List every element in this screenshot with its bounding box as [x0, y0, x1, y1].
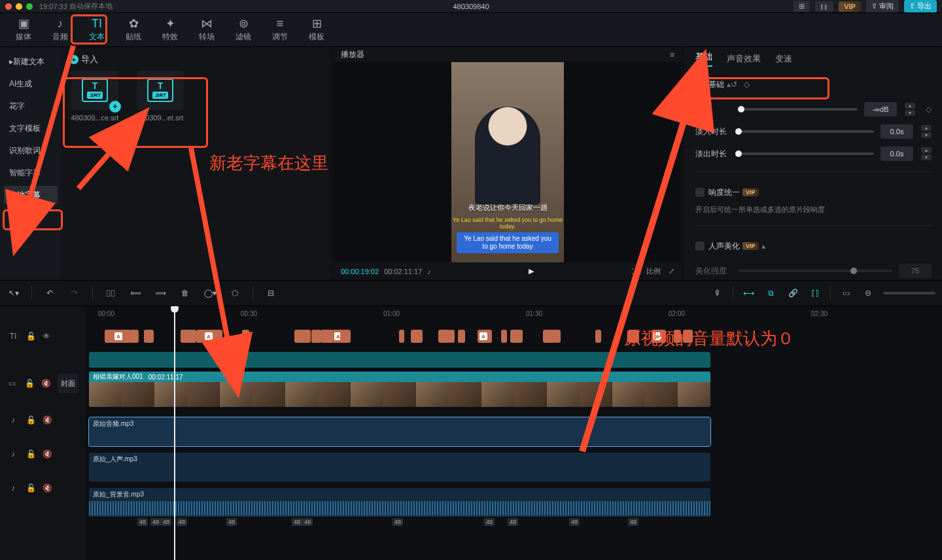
redo-icon[interactable]: ↷: [67, 286, 82, 300]
volume-stepper[interactable]: ▲▼: [905, 102, 915, 116]
sidebar-item-local-sub[interactable]: 本地字幕: [4, 186, 58, 204]
play-button[interactable]: ▶: [524, 264, 538, 279]
tab-audio[interactable]: ♪音频: [42, 14, 78, 46]
tab-adjust[interactable]: ≡调节: [262, 14, 298, 46]
tab-sticker[interactable]: ✿贴纸: [115, 14, 152, 46]
magnet-icon[interactable]: ⧉: [763, 286, 778, 300]
add-to-timeline-icon[interactable]: +: [109, 101, 121, 113]
playhead[interactable]: [174, 306, 175, 560]
caption-english-yellow: Ye Lao said that he asked you to go home…: [451, 217, 564, 230]
mute-icon[interactable]: 🔇: [43, 483, 52, 493]
fadein-stepper[interactable]: ▲▼: [921, 124, 932, 139]
video-track-lane[interactable]: 相错亲嫁对人00100:02:11:17: [85, 372, 942, 411]
preview-viewport[interactable]: 夜老说让你今天回家一趟 Ye Lao said that he asked yo…: [334, 62, 681, 262]
audio-icon: ♪: [53, 17, 67, 30]
text-track-head: TI🔓👁: [0, 324, 85, 348]
mute-icon[interactable]: 🔇: [43, 449, 52, 459]
export-button[interactable]: ⇧ 导出: [904, 0, 937, 12]
delete-icon[interactable]: 🗑: [178, 286, 192, 300]
time-ruler[interactable]: 00:00 00:30 01:00 01:30 02:00 02:30: [85, 306, 942, 324]
lock-icon[interactable]: 🔓: [26, 483, 36, 493]
panel-icon[interactable]: ⫿⫿: [815, 1, 833, 12]
voice-beautify-checkbox[interactable]: [695, 241, 705, 251]
timeline-tracks-area[interactable]: 00:00 00:30 01:00 01:30 02:00 02:30 /* d…: [85, 306, 942, 560]
basic-checkbox[interactable]: ✓: [695, 80, 705, 89]
text-icon: TI: [90, 17, 104, 30]
player-menu-icon[interactable]: ≡: [670, 50, 674, 60]
markers-lane[interactable]: 484848484848484848484848: [85, 517, 942, 530]
sidebar-item-new-text[interactable]: ▸ 新建文本: [4, 52, 58, 71]
layout-icon[interactable]: ⊞: [794, 1, 810, 12]
audio-clip[interactable]: 原始_背景音.mp3: [89, 488, 710, 517]
srt-file-card[interactable]: T.SRT 480309...et.srt: [135, 71, 186, 122]
cover-button[interactable]: 封面: [58, 374, 78, 393]
sidebar-item-template[interactable]: 文字模板: [4, 119, 58, 137]
tab-transition[interactable]: ⋈转场: [188, 14, 225, 46]
tab-effects[interactable]: ✦特效: [152, 14, 188, 46]
volume-value[interactable]: -∞dB: [864, 102, 897, 116]
collapse-icon[interactable]: ▴: [761, 241, 765, 251]
snap-icon[interactable]: ⟷: [741, 286, 756, 300]
align-icon[interactable]: ⟦⟧: [808, 286, 822, 300]
bookmark-icon[interactable]: ⬠: [228, 286, 242, 300]
project-id: 480309840: [453, 3, 489, 10]
trim-left-icon[interactable]: ⟸: [128, 286, 143, 300]
subtitle-track-lane[interactable]: [85, 352, 942, 368]
sidebar-item-ai-gen[interactable]: AI生成: [4, 75, 58, 93]
audio-track-lane[interactable]: 原始音频.mp3: [85, 417, 942, 446]
import-button[interactable]: +导入: [69, 54, 98, 65]
volume-icon[interactable]: ♪: [427, 268, 431, 275]
undo-icon[interactable]: ↶: [43, 286, 57, 300]
fadeout-value[interactable]: 0.0s: [881, 147, 913, 161]
mute-icon[interactable]: 🔇: [43, 415, 52, 425]
split-icon[interactable]: ⌷⌷: [103, 286, 118, 300]
tab-filter[interactable]: ⊚滤镜: [225, 14, 262, 46]
pointer-tool-icon[interactable]: ↖▾: [7, 286, 21, 300]
review-button[interactable]: ⇧ 审阅: [866, 0, 899, 12]
srt-file-card[interactable]: T.SRT+ 480309...ce.srt: [69, 71, 120, 122]
tab-text[interactable]: TI文本: [78, 14, 115, 46]
audio-clip[interactable]: 原始_人声.mp3: [89, 453, 710, 481]
fadeout-slider[interactable]: [739, 152, 874, 155]
preview-mode-icon[interactable]: ▭: [839, 286, 853, 300]
prop-tab-sound-fx[interactable]: 声音效果: [727, 53, 761, 65]
sidebar-item-lyrics[interactable]: 识别歌词: [4, 141, 58, 160]
fadein-value[interactable]: 0.0s: [881, 124, 913, 139]
tab-media[interactable]: ▣媒体: [5, 14, 42, 46]
zoom-out-icon[interactable]: ⊖: [861, 286, 875, 300]
sidebar-item-smart-sub[interactable]: 智能字幕: [4, 164, 58, 182]
zoom-slider[interactable]: [883, 292, 935, 294]
vip-badge[interactable]: VIP: [839, 1, 861, 12]
video-clip[interactable]: 相错亲嫁对人00100:02:11:17: [89, 372, 710, 407]
lock-icon[interactable]: 🔓: [25, 379, 35, 388]
lock-icon[interactable]: 🔓: [26, 415, 36, 425]
reset-icon[interactable]: ↺: [731, 80, 737, 89]
lock-icon[interactable]: 🔓: [26, 332, 36, 341]
volume-slider[interactable]: [739, 108, 858, 111]
auto-caption-icon[interactable]: ⊟: [264, 286, 278, 300]
audio-clip-selected[interactable]: 原始音频.mp3: [89, 417, 710, 446]
audio-track-lane[interactable]: 原始_背景音.mp3: [85, 488, 942, 517]
visibility-icon[interactable]: 👁: [43, 332, 50, 341]
aspect-ratio-button[interactable]: 比例: [646, 266, 661, 276]
audio-track-head: ♪🔓🔇: [0, 437, 85, 471]
sidebar-item-fancy[interactable]: 花字: [4, 97, 58, 115]
trim-right-icon[interactable]: ⟹: [153, 286, 167, 300]
mute-icon[interactable]: 🔇: [41, 379, 51, 388]
audio-track-lane[interactable]: 原始_人声.mp3: [85, 453, 942, 481]
mic-icon[interactable]: 🎙: [710, 286, 725, 300]
loudness-checkbox[interactable]: [695, 188, 705, 197]
mac-window-controls[interactable]: [5, 3, 33, 10]
prop-tab-speed[interactable]: 变速: [775, 53, 792, 65]
fadeout-stepper[interactable]: ▲▼: [921, 147, 932, 161]
link-icon[interactable]: 🔗: [786, 286, 800, 300]
keyframe-icon[interactable]: ◇: [926, 105, 932, 114]
frame-scan-icon[interactable]: ⛶: [631, 268, 638, 275]
tab-template[interactable]: ⊞模板: [298, 14, 335, 46]
keyframe-icon[interactable]: ◇: [744, 80, 750, 89]
fullscreen-icon[interactable]: ⤢: [669, 267, 674, 275]
prop-tab-basic[interactable]: 基础: [695, 51, 712, 67]
record-icon[interactable]: ◯▾: [203, 286, 217, 300]
lock-icon[interactable]: 🔓: [26, 449, 36, 459]
fadein-slider[interactable]: [739, 130, 874, 133]
